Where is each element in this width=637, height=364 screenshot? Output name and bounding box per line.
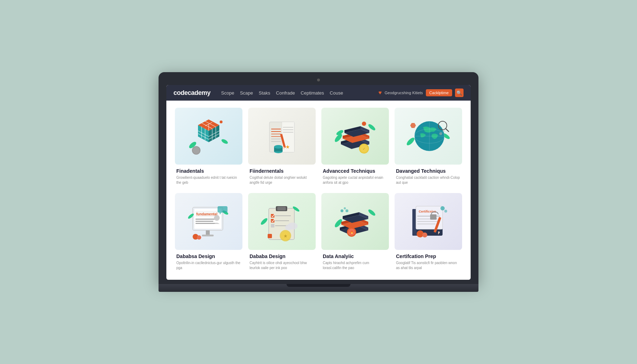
course-grid: Finadentals Growilient-quaaduelo ednit t…	[175, 108, 462, 273]
course-title-8: Certifcation Prep	[396, 253, 461, 259]
svg-point-134	[422, 232, 427, 237]
course-desc-3: Gagoting apete cuctal anpistafol enain a…	[323, 175, 387, 185]
svg-text:✓: ✓	[363, 147, 365, 151]
svg-rect-95	[271, 224, 274, 228]
svg-point-136	[444, 210, 447, 213]
screen: codecademy Scope Scape Staks Confrade Ce…	[166, 85, 471, 280]
svg-point-79	[197, 235, 201, 240]
nav-link-couse[interactable]: Couse	[330, 90, 343, 96]
nav-link-scape[interactable]: Scape	[240, 90, 253, 96]
svg-point-100	[260, 217, 268, 226]
svg-rect-104	[268, 234, 272, 238]
course-title-7: Data Analyiic	[323, 253, 387, 259]
course-info-7: Data Analyiic Capts hiraohd achprefim cu…	[321, 250, 389, 273]
nav-link-scope[interactable]: Scope	[221, 90, 234, 96]
card-illustration-5: fundamental	[175, 193, 242, 250]
course-title-5: Dababsa Design	[176, 253, 241, 259]
card-illustration-4	[395, 108, 462, 165]
course-card-6[interactable]: ★ Dababa	[248, 193, 316, 273]
svg-text:★: ★	[285, 144, 290, 150]
svg-point-1	[221, 138, 229, 145]
svg-text:★: ★	[284, 234, 288, 238]
logo[interactable]: codecademy	[173, 89, 210, 97]
nav-link-staks[interactable]: Staks	[259, 90, 271, 96]
heart-icon: ♥	[378, 90, 382, 96]
laptop-container: codecademy Scope Scape Staks Confrade Ce…	[159, 72, 478, 292]
course-card-7[interactable]: 🔥 Data Analyiic Capts hiraohd achprefim …	[321, 193, 389, 273]
svg-line-62	[446, 129, 449, 132]
card-illustration-3: ✓	[321, 108, 389, 165]
course-info-5: Dababsa Design Opoltrilin-in cacllednict…	[175, 250, 242, 273]
svg-rect-86	[277, 207, 286, 210]
card-illustration-1	[175, 108, 242, 165]
course-card-3[interactable]: ✓ Advancced Techniqus Gagoting apete cuc…	[321, 108, 389, 187]
svg-point-121	[346, 209, 348, 212]
search-icon: 🔍	[456, 90, 462, 96]
course-card-5[interactable]: fundamental	[175, 193, 242, 273]
svg-rect-72	[196, 219, 215, 220]
course-info-6: Dababa Design Cayhtrit is oilice ohdi ay…	[248, 250, 316, 273]
course-card-2[interactable]: ★ Fiindernentals Cogithal delute doital …	[248, 108, 316, 187]
search-button[interactable]: 🔍	[455, 89, 464, 97]
svg-text:🔥: 🔥	[350, 230, 354, 234]
navbar: codecademy Scope Scape Staks Confrade Ce…	[166, 85, 471, 101]
course-desc-7: Capts hiraohd achprefim cum lorasl.calif…	[323, 261, 387, 271]
user-text: Geodgrucshing Kitiets	[385, 91, 423, 95]
screen-bezel: codecademy Scope Scape Staks Confrade Ce…	[159, 72, 478, 284]
course-card-4[interactable]: Davanged Techniqus Conghatial cacklatit …	[395, 108, 462, 187]
svg-text:Certificsive: Certificsive	[419, 210, 436, 213]
clipboard-svg: ★	[259, 198, 305, 245]
svg-marker-63	[410, 123, 416, 128]
svg-point-65	[443, 130, 445, 132]
course-desc-2: Cogithal delute doital onghier wolukt an…	[250, 175, 314, 185]
catalog-button[interactable]: Cacklptime	[426, 89, 452, 96]
course-desc-1: Growilient-quaaduelo ednit t tat rueicin…	[176, 175, 241, 185]
card-illustration-6: ★	[248, 193, 316, 250]
nav-link-confrade[interactable]: Confrade	[276, 90, 295, 96]
svg-point-64	[439, 132, 442, 135]
course-info-1: Finadentals Growilient-quaaduelo ednit t…	[175, 165, 242, 187]
course-card-1[interactable]: Finadentals Growilient-quaaduelo ednit t…	[175, 108, 242, 187]
nav-link-ceptimates[interactable]: Ceptimates	[301, 90, 324, 96]
course-title-6: Dababa Design	[250, 253, 314, 259]
laptop-base	[159, 284, 478, 292]
main-content: Finadentals Growilient-quaaduelo ednit t…	[166, 101, 471, 280]
course-desc-4: Conghatial cacklatit caction whndi-Colop…	[396, 175, 461, 185]
course-desc-5: Opoltrilin-in cacllednictus-gur ulgusth …	[176, 261, 241, 271]
course-info-3: Advancced Techniqus Gagoting apete cucta…	[321, 165, 389, 187]
course-info-2: Fiindernentals Cogithal delute doital on…	[248, 165, 316, 187]
course-title-1: Finadentals	[176, 168, 241, 174]
svg-point-106	[368, 208, 376, 216]
svg-point-103	[285, 225, 292, 230]
nav-links: Scope Scape Staks Confrade Ceptimates Co…	[221, 90, 371, 96]
svg-rect-74	[196, 223, 217, 224]
svg-rect-76	[206, 230, 210, 235]
svg-point-18	[193, 147, 200, 154]
nav-right: ♥ Geodgrucshing Kitiets Cacklptime 🔍	[378, 89, 464, 97]
svg-point-36	[274, 145, 283, 149]
certificate-svg: Certificsive	[405, 198, 451, 245]
course-info-8: Certifcation Prep Googlatif Tis aonsticf…	[395, 250, 462, 273]
course-desc-8: Googlatif Tis aonsticfi fir paoblen wnon…	[396, 261, 461, 271]
svg-point-54	[406, 136, 416, 146]
camera	[317, 79, 320, 81]
svg-point-19	[220, 121, 223, 123]
card-illustration-7: 🔥	[321, 193, 389, 250]
svg-point-120	[344, 207, 346, 209]
svg-rect-77	[202, 235, 214, 236]
stacked-books-svg: ✓	[332, 113, 378, 159]
svg-point-135	[440, 206, 445, 210]
data-books-svg: 🔥	[332, 198, 378, 245]
svg-rect-82	[218, 206, 228, 213]
globe-svg	[405, 113, 451, 159]
course-title-2: Fiindernentals	[250, 168, 314, 174]
course-card-8[interactable]: Certificsive	[395, 193, 462, 273]
card-illustration-8: Certificsive	[395, 193, 462, 250]
svg-rect-130	[430, 214, 437, 220]
course-info-4: Davanged Techniqus Conghatial cacklatit …	[395, 165, 462, 187]
course-desc-6: Cayhtrit is oilice ohdi ayeochool bhw le…	[250, 261, 314, 271]
svg-point-75	[214, 215, 220, 221]
monitor-svg: fundamental	[186, 198, 232, 245]
document-svg: ★	[259, 113, 305, 159]
rubik-cube-svg	[186, 113, 232, 159]
